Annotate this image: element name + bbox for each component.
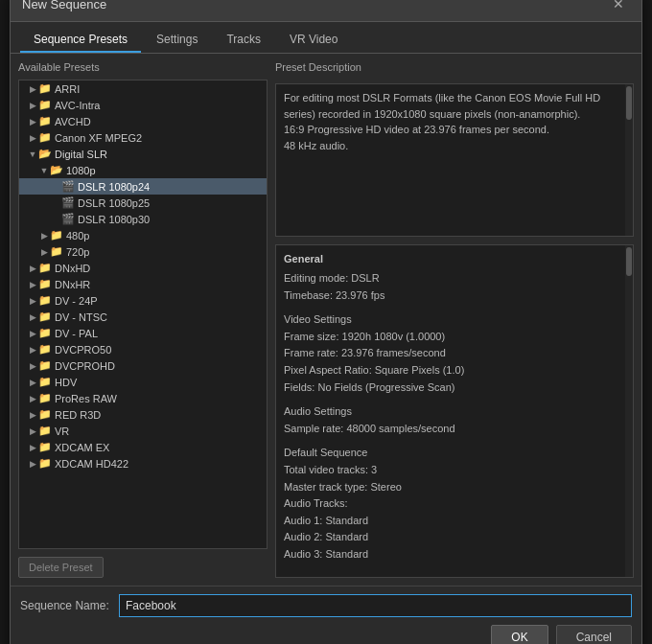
tree-item-avchd[interactable]: ▶ 📁 AVCHD [19, 113, 267, 129]
chevron-xdcam-hd: ▶ [27, 459, 38, 469]
sequence-name-row: Sequence Name: [20, 594, 632, 617]
tree-label-avchd: AVCHD [55, 116, 91, 127]
tree-item-digital-slr[interactable]: ▼ 📂 Digital SLR [19, 146, 267, 162]
general-content: General Editing mode: DSLR Timebase: 23.… [284, 251, 625, 563]
tree-item-1080p[interactable]: ▼ 📂 1080p [19, 162, 267, 178]
tree-label-dv24p: DV - 24P [55, 295, 98, 307]
audio-track-1: Audio 1: Standard [284, 513, 616, 530]
tab-sequence-presets[interactable]: Sequence Presets [20, 28, 141, 53]
chevron-canon: ▶ [27, 133, 38, 143]
folder-icon-dv24p: 📁 [38, 294, 52, 307]
tab-vr-video[interactable]: VR Video [276, 28, 351, 53]
preset-description-text: For editing most DSLR Formats (like the … [284, 90, 625, 153]
sequence-name-input[interactable] [119, 594, 632, 617]
folder-icon-dvpal: 📁 [38, 327, 52, 339]
tree-label-canon: Canon XF MPEG2 [55, 132, 142, 144]
folder-icon-dnxhd: 📁 [38, 262, 52, 274]
sequence-name-label: Sequence Name: [20, 599, 111, 612]
timebase: Timebase: 23.976 fps [284, 288, 616, 305]
tree-item-dslr-1080p24[interactable]: 🎬 DSLR 1080p24 [19, 178, 267, 195]
tree-item-480p[interactable]: ▶ 📁 480p [19, 227, 267, 243]
tree-label-720p: 720p [66, 246, 89, 258]
tree-label-dvpal: DV - PAL [55, 328, 98, 339]
tree-label-480p: 480p [66, 230, 89, 242]
folder-icon-xdcam-hd: 📁 [38, 457, 52, 470]
video-settings-header: Video Settings [284, 311, 616, 329]
tree-item-dvntsc[interactable]: ▶ 📁 DV - NTSC [19, 309, 267, 325]
general-title: General [284, 251, 616, 268]
cancel-button[interactable]: Cancel [556, 625, 632, 644]
tree-item-dslr-1080p30[interactable]: 🎬 DSLR 1080p30 [19, 211, 267, 227]
folder-icon-480p: 📁 [50, 229, 63, 242]
tree-label-dslr: Digital SLR [55, 149, 107, 160]
chevron-dvcpro50: ▶ [27, 345, 38, 355]
tree-item-prores-raw[interactable]: ▶ 📁 ProRes RAW [19, 390, 267, 406]
tree-label-red: RED R3D [55, 409, 101, 421]
chevron-arri: ▶ [27, 84, 38, 94]
tree-item-vr[interactable]: ▶ 📁 VR [19, 423, 267, 439]
chevron-avc: ▶ [27, 101, 38, 110]
chevron-dnxhd: ▶ [27, 264, 38, 273]
tree-item-dnxhd[interactable]: ▶ 📁 DNxHD [19, 260, 267, 276]
tree-item-dv24p[interactable]: ▶ 📁 DV - 24P [19, 292, 267, 309]
tree-label-xdcam-ex: XDCAM EX [55, 442, 109, 453]
general-editing-mode: Editing mode: DSLR Timebase: 23.976 fps [284, 270, 616, 304]
close-button[interactable]: ✕ [607, 0, 630, 13]
chevron-dnxhr: ▶ [27, 280, 38, 289]
folder-icon-avc: 📁 [38, 99, 52, 111]
frame-rate: Frame rate: 23.976 frames/second [284, 345, 616, 362]
chevron-vr: ▶ [27, 426, 38, 436]
file-icon-1080p24: 🎬 [61, 180, 75, 193]
title-bar: New Sequence ✕ [11, 0, 641, 22]
chevron-xdcam-ex: ▶ [27, 443, 38, 452]
tree-item-dvcprohd[interactable]: ▶ 📁 DVCPROHD [19, 357, 267, 374]
frame-size: Frame size: 1920h 1080v (1.0000) [284, 329, 616, 346]
presets-tree[interactable]: ▶ 📁 ARRI ▶ 📁 AVC-Intra ▶ 📁 AVCHD [18, 80, 268, 548]
ok-button[interactable]: OK [491, 625, 547, 644]
tree-item-hdv[interactable]: ▶ 📁 HDV [19, 374, 267, 390]
tree-label-dvcprohd: DVCPROHD [55, 360, 115, 372]
folder-icon-vr: 📁 [38, 425, 52, 437]
folder-icon-1080p: 📂 [50, 164, 63, 176]
tree-item-xdcam-ex[interactable]: ▶ 📁 XDCAM EX [19, 439, 267, 455]
tree-label-1080p30: DSLR 1080p30 [78, 214, 150, 225]
tree-item-red-r3d[interactable]: ▶ 📁 RED R3D [19, 406, 267, 423]
tree-label-prores: ProRes RAW [55, 393, 117, 404]
new-sequence-dialog: New Sequence ✕ Sequence Presets Settings… [10, 0, 642, 644]
folder-icon-dvcprohd: 📁 [38, 359, 52, 372]
tab-settings[interactable]: Settings [143, 28, 211, 53]
audio-settings-header: Audio Settings [284, 403, 616, 421]
audio-settings-section: Audio Settings Sample rate: 48000 sample… [284, 403, 616, 437]
file-icon-1080p30: 🎬 [61, 213, 75, 225]
total-video-tracks: Total video tracks: 3 [284, 462, 616, 479]
preset-description-box: For editing most DSLR Formats (like the … [275, 83, 634, 237]
tree-item-720p[interactable]: ▶ 📁 720p [19, 243, 267, 260]
chevron-720p: ▶ [38, 247, 50, 257]
folder-icon-dvcpro50: 📁 [38, 343, 52, 356]
audio-track-2: Audio 2: Standard [284, 529, 616, 546]
tree-item-arri[interactable]: ▶ 📁 ARRI [19, 80, 267, 97]
sample-rate: Sample rate: 48000 samples/second [284, 421, 616, 438]
tree-item-dnxhr[interactable]: ▶ 📁 DNxHR [19, 276, 267, 292]
chevron-prores: ▶ [27, 394, 38, 403]
tree-item-canon-xf[interactable]: ▶ 📁 Canon XF MPEG2 [19, 129, 267, 146]
tree-item-dvcpro50[interactable]: ▶ 📁 DVCPRO50 [19, 341, 267, 357]
tree-item-dvpal[interactable]: ▶ 📁 DV - PAL [19, 325, 267, 341]
folder-icon-prores: 📁 [38, 392, 52, 404]
tree-label-1080p24: DSLR 1080p24 [78, 181, 150, 193]
available-presets-label: Available Presets [18, 61, 268, 73]
tree-item-dslr-1080p25[interactable]: 🎬 DSLR 1080p25 [19, 195, 267, 211]
tree-item-avc-intra[interactable]: ▶ 📁 AVC-Intra [19, 97, 267, 113]
chevron-1080p: ▼ [38, 166, 50, 175]
folder-icon-arri: 📁 [38, 82, 52, 95]
folder-icon-avchd: 📁 [38, 115, 52, 127]
tree-label-avc: AVC-Intra [55, 100, 100, 111]
main-area: Available Presets ▶ 📁 ARRI ▶ 📁 AVC-Intra… [11, 54, 641, 585]
chevron-dslr: ▼ [27, 150, 38, 159]
tree-item-xdcam-hd422[interactable]: ▶ 📁 XDCAM HD422 [19, 455, 267, 472]
tree-label-arri: ARRI [55, 83, 80, 95]
delete-preset-button[interactable]: Delete Preset [18, 557, 104, 578]
left-panel: Available Presets ▶ 📁 ARRI ▶ 📁 AVC-Intra… [18, 61, 268, 577]
chevron-dv24p: ▶ [27, 296, 38, 306]
tab-tracks[interactable]: Tracks [213, 28, 274, 53]
